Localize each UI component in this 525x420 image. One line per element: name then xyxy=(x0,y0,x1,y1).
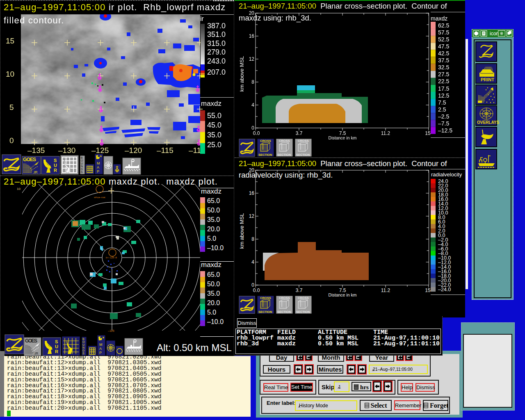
svg-text:ir: ir xyxy=(200,15,204,22)
svg-text:2.5: 2.5 xyxy=(438,106,446,113)
svg-text:42.5: 42.5 xyxy=(438,50,449,57)
svg-text:50.0: 50.0 xyxy=(207,281,220,288)
svg-text:25.0: 25.0 xyxy=(207,141,221,149)
svg-text:55.0: 55.0 xyxy=(207,112,221,120)
svg-text:22.5: 22.5 xyxy=(438,78,449,84)
svg-text:243.0: 243.0 xyxy=(207,57,226,65)
svg-text:387.0: 387.0 xyxy=(207,22,226,30)
svg-text:maxdz: maxdz xyxy=(201,261,221,269)
svg-text:37.5: 37.5 xyxy=(438,57,449,64)
svg-text:279.0: 279.0 xyxy=(207,48,226,56)
svg-text:20.0: 20.0 xyxy=(207,299,220,306)
svg-text:315.0: 315.0 xyxy=(207,39,226,48)
svg-text:15: 15 xyxy=(6,37,14,45)
svg-text:35.0: 35.0 xyxy=(207,216,220,223)
svg-text:–24.0: –24.0 xyxy=(438,287,451,292)
svg-text:–125: –125 xyxy=(91,146,109,155)
svg-text:–12.5: –12.5 xyxy=(438,127,452,134)
svg-text:65.0: 65.0 xyxy=(207,271,220,278)
svg-text:whoa–mat: whoa–mat xyxy=(94,196,105,199)
svg-text:62.5: 62.5 xyxy=(438,22,449,29)
svg-text:207.0: 207.0 xyxy=(207,68,226,76)
svg-text:–7.5: –7.5 xyxy=(438,120,449,127)
svg-text:–125: –125 xyxy=(108,329,114,332)
svg-text:27.5: 27.5 xyxy=(438,71,449,78)
svg-text:32.5: 32.5 xyxy=(438,64,449,71)
svg-text:b<–125–8: b<–125–8 xyxy=(106,256,117,259)
svg-text:–135: –135 xyxy=(27,146,45,155)
svg-text:–115: –115 xyxy=(157,146,173,155)
svg-text:–2.5: –2.5 xyxy=(438,113,449,120)
svg-text:–10.0: –10.0 xyxy=(207,318,224,325)
svg-text:47.5: 47.5 xyxy=(438,43,449,50)
svg-text:radialvelocity: radialvelocity xyxy=(431,171,462,178)
svg-text:maxdz: maxdz xyxy=(201,187,221,195)
svg-text:–120: –120 xyxy=(125,146,142,155)
svg-text:–130: –130 xyxy=(58,146,75,155)
svg-text:5: 5 xyxy=(9,103,14,112)
svg-text:351.0: 351.0 xyxy=(207,30,226,39)
svg-text:–10.0: –10.0 xyxy=(207,244,224,251)
svg-text:OVERLAYS: OVERLAYS xyxy=(477,120,499,125)
svg-text:45.0: 45.0 xyxy=(207,121,221,129)
svg-text:17.5: 17.5 xyxy=(438,85,449,92)
svg-text:10: 10 xyxy=(6,70,14,78)
svg-text:maxdz: maxdz xyxy=(201,100,221,107)
svg-text:5.0: 5.0 xyxy=(207,309,216,316)
svg-text:57.5: 57.5 xyxy=(438,29,449,36)
svg-text:12.5: 12.5 xyxy=(438,92,449,99)
svg-text:50.0: 50.0 xyxy=(207,207,220,214)
svg-text:10: 10 xyxy=(17,187,21,191)
svg-text:65.0: 65.0 xyxy=(207,197,220,204)
svg-text:maxdz: maxdz xyxy=(431,15,447,22)
svg-text:35.0: 35.0 xyxy=(207,131,221,139)
svg-text:52.5: 52.5 xyxy=(438,36,449,43)
svg-text:35.0: 35.0 xyxy=(207,290,220,297)
svg-text:5.0: 5.0 xyxy=(207,235,216,242)
svg-text:7.5: 7.5 xyxy=(438,99,446,106)
svg-text:0: 0 xyxy=(9,136,14,145)
svg-text:20.0: 20.0 xyxy=(207,226,220,233)
svg-text:PRINT: PRINT xyxy=(481,77,494,82)
